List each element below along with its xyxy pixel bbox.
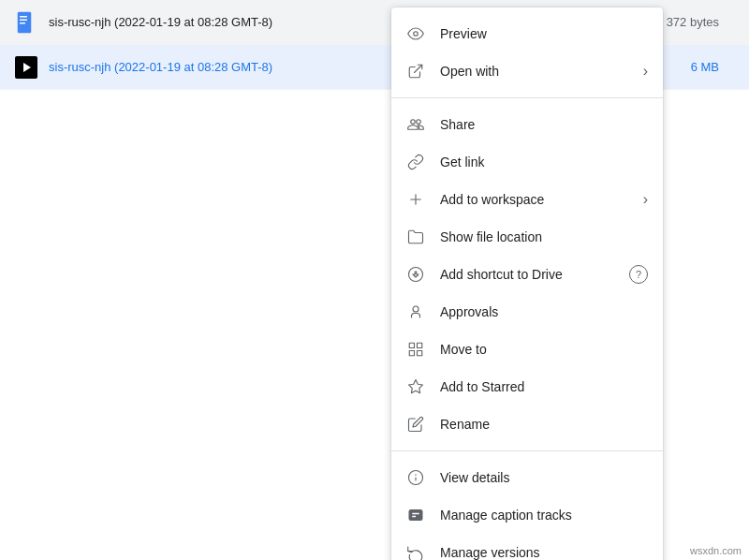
- svg-rect-3: [20, 22, 25, 24]
- file-size: 372 bytes: [659, 15, 734, 29]
- add-workspace-icon: [406, 190, 425, 209]
- menu-label-show-location: Show file location: [440, 229, 648, 244]
- approvals-icon: [406, 302, 425, 321]
- menu-label-view-details: View details: [440, 470, 648, 485]
- svg-marker-13: [409, 380, 423, 393]
- menu-item-open-with[interactable]: Open with ›: [391, 52, 663, 90]
- menu-item-get-link[interactable]: Get link: [391, 143, 663, 181]
- menu-item-caption-tracks[interactable]: Manage caption tracks: [391, 496, 663, 534]
- svg-rect-10: [418, 343, 422, 347]
- menu-label-rename: Rename: [440, 417, 648, 432]
- watermark: wsxdn.com: [690, 545, 742, 556]
- menu-item-add-shortcut[interactable]: Add shortcut to Drive ?: [391, 256, 663, 293]
- svg-rect-2: [20, 19, 27, 21]
- menu-label-versions: Manage versions: [440, 545, 648, 560]
- move-icon: [406, 340, 425, 359]
- menu-label-move-to: Move to: [440, 342, 648, 357]
- open-with-icon: [406, 62, 425, 81]
- menu-item-view-details[interactable]: View details: [391, 459, 663, 496]
- svg-rect-9: [409, 343, 414, 347]
- menu-label-open-with: Open with: [440, 64, 643, 79]
- divider-2: [391, 450, 663, 451]
- arrow-icon-workspace: ›: [643, 191, 648, 208]
- share-icon: [406, 115, 425, 134]
- menu-item-versions[interactable]: Manage versions: [391, 534, 663, 560]
- help-icon-shortcut[interactable]: ?: [629, 265, 648, 284]
- svg-rect-11: [418, 351, 422, 356]
- captions-icon: [406, 506, 425, 524]
- doc-icon: [15, 11, 37, 34]
- menu-label-starred: Add to Starred: [440, 379, 648, 394]
- menu-item-add-workspace[interactable]: Add to workspace ›: [391, 181, 663, 218]
- menu-label-preview: Preview: [440, 26, 648, 41]
- menu-item-preview[interactable]: Preview: [391, 15, 663, 52]
- rename-icon: [406, 415, 425, 434]
- divider-1: [391, 97, 663, 98]
- eye-icon: [406, 24, 425, 43]
- svg-rect-12: [409, 351, 414, 356]
- link-icon: [406, 153, 425, 171]
- versions-icon: [406, 543, 425, 560]
- context-menu: Preview Open with › Share: [391, 7, 663, 560]
- info-icon: [406, 468, 425, 487]
- svg-point-4: [414, 32, 419, 37]
- star-icon: [406, 377, 425, 396]
- menu-item-rename[interactable]: Rename: [391, 405, 663, 443]
- svg-rect-1: [20, 16, 27, 18]
- menu-label-share: Share: [440, 117, 648, 132]
- menu-label-approvals: Approvals: [440, 304, 648, 319]
- video-icon: [15, 56, 37, 79]
- folder-icon: [406, 228, 425, 246]
- svg-point-8: [413, 306, 419, 312]
- menu-item-share[interactable]: Share: [391, 106, 663, 143]
- menu-item-move-to[interactable]: Move to: [391, 331, 663, 368]
- menu-label-add-workspace: Add to workspace: [440, 192, 643, 207]
- menu-label-get-link: Get link: [440, 155, 648, 169]
- menu-item-show-location[interactable]: Show file location: [391, 218, 663, 256]
- svg-line-5: [415, 65, 422, 72]
- menu-item-approvals[interactable]: Approvals: [391, 293, 663, 331]
- shortcut-icon: [406, 265, 425, 284]
- menu-label-add-shortcut: Add shortcut to Drive: [440, 267, 629, 282]
- menu-label-caption-tracks: Manage caption tracks: [440, 508, 648, 523]
- menu-item-starred[interactable]: Add to Starred: [391, 368, 663, 405]
- arrow-icon-open-with: ›: [643, 63, 648, 80]
- file-size-selected: 6 MB: [659, 60, 734, 74]
